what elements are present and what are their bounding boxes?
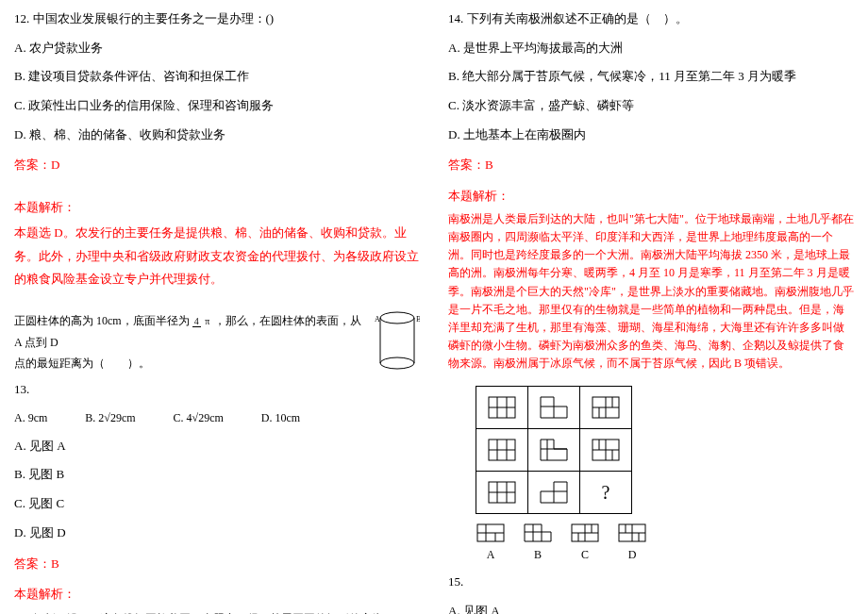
q13-sub-b: B. 2√29cm — [85, 407, 135, 429]
q12-option-b: B. 建设项目贷款条件评估、咨询和担保工作 — [14, 65, 420, 89]
svg-point-1 — [380, 357, 414, 369]
shape-icon — [488, 481, 516, 504]
question-mark-icon: ? — [602, 474, 610, 510]
q14-explain-body: 南极洲是人类最后到达的大陆，也叫"第七大陆"。位于地球最南端，土地几乎都在南极圈… — [448, 210, 854, 373]
shape-icon — [488, 439, 516, 461]
q15-number: 15. — [448, 571, 854, 594]
q12-explain-label: 本题解析： — [14, 196, 420, 220]
left-column: 12. 中国农业发展银行的主要任务之一是办理：() A. 农户贷款业务 B. 建… — [0, 0, 434, 614]
q14-explain-label: 本题解析： — [448, 185, 854, 208]
q13-sub-a: A. 9cm — [14, 407, 47, 429]
shape-icon — [540, 439, 568, 461]
q13-explain-label: 本题解析： — [14, 583, 420, 606]
right-column: 14. 下列有关南极洲叙述不正确的是（ ）。 A. 是世界上平均海拔最高的大洲 … — [434, 0, 868, 614]
cylinder-icon: A B — [375, 310, 420, 371]
shape-icon — [592, 439, 620, 461]
q13-fig-line2: 点的最短距离为（ ）。 — [14, 353, 369, 374]
q14-stem: 14. 下列有关南极洲叙述不正确的是（ ）。 — [448, 8, 854, 31]
q13-fig-prefix: 正圆柱体的高为 10cm，底面半径为 — [14, 314, 190, 327]
q12-explain-body: 本题选 D。农发行的主要任务是提供粮、棉、油的储备、收购和贷款。业务。此外，办理… — [14, 222, 420, 291]
shape-icon — [476, 523, 505, 542]
q12-option-d: D. 粮、棉、油的储备、收购和贷款业务 — [14, 124, 420, 147]
q13-option-c: C. 见图 C — [14, 492, 420, 516]
ans-label-b: B — [534, 544, 542, 566]
shape-icon — [540, 481, 568, 504]
q14-option-a: A. 是世界上平均海拔最高的大洲 — [448, 37, 854, 60]
ans-label-c: C — [581, 544, 589, 566]
q15-puzzle-grid: ? — [476, 387, 854, 514]
shape-icon — [524, 523, 552, 542]
shape-icon — [618, 523, 646, 542]
q12-answer: 答案：D — [14, 154, 420, 177]
q14-option-d: D. 土地基本上在南极圈内 — [448, 124, 854, 147]
q13-explain-1: B［解析］沿 AC 这条线把圆柱剪开，由题意可得，其展开图的矩形的宽为 2×π× — [14, 610, 420, 614]
label-a: A — [375, 315, 380, 324]
q12-option-c: C. 政策性出口业务的信用保险、保理和咨询服务 — [14, 94, 420, 118]
q13-option-a: A. 见图 A — [14, 435, 420, 458]
fraction-icon: 4 π — [192, 317, 212, 326]
shape-icon — [488, 396, 516, 419]
q14-option-c: C. 淡水资源丰富，盛产鲸、磷虾等 — [448, 94, 854, 118]
q13-answer: 答案：B — [14, 553, 420, 576]
q13-sub-c: C. 4√29cm — [174, 407, 224, 429]
q12-stem: 12. 中国农业发展银行的主要任务之一是办理：() — [14, 8, 420, 31]
ans-label-a: A — [487, 544, 495, 566]
q14-answer: 答案：B — [448, 154, 854, 177]
q14-option-b: B. 绝大部分属于苔原气候，气候寒冷，11 月至第二年 3 月为暖季 — [448, 65, 854, 89]
shape-icon — [571, 523, 599, 542]
q13-option-b: B. 见图 B — [14, 463, 420, 487]
q15-option-a: A. 见图 A — [448, 600, 854, 614]
q13-number: 13. — [14, 378, 420, 402]
shape-icon — [592, 396, 620, 419]
q15-answer-row: A B C D — [476, 523, 854, 566]
q13-figure: 正圆柱体的高为 10cm，底面半径为 4 π ，那么，在圆柱体的表面，从 A 点… — [14, 310, 420, 374]
q13-sub-options: A. 9cm B. 2√29cm C. 4√29cm D. 10cm — [14, 407, 420, 429]
label-b: B — [416, 315, 420, 324]
shape-icon — [540, 396, 568, 419]
ans-label-d: D — [628, 544, 637, 566]
svg-point-0 — [380, 312, 414, 324]
q12-option-a: A. 农户贷款业务 — [14, 37, 420, 60]
q13-option-d: D. 见图 D — [14, 522, 420, 545]
q13-sub-d: D. 10cm — [261, 407, 300, 429]
